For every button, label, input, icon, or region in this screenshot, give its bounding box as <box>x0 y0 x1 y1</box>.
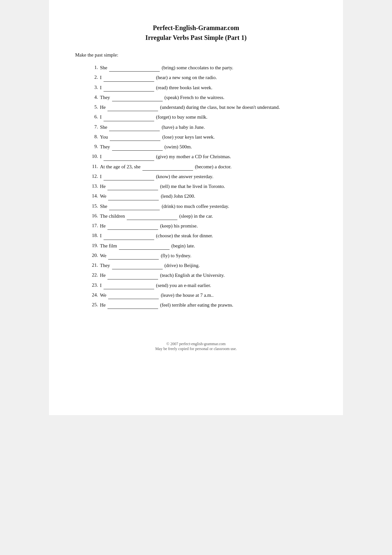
item-number: 17. <box>88 222 98 229</box>
answer-blank[interactable] <box>110 133 160 141</box>
item-number: 20. <box>88 252 98 259</box>
list-item: 1.She (bring) some chocolates to the par… <box>88 64 317 72</box>
list-item: 18.I (choose) the steak for dinner. <box>88 232 317 240</box>
sentence: I (forget) to buy some milk. <box>100 113 207 121</box>
list-item: 14.We (lend) John £200. <box>88 192 317 200</box>
list-item: 19.The film (begin) late. <box>88 242 317 250</box>
answer-blank[interactable] <box>109 202 160 210</box>
sentence: She (bring) some chocolates to the party… <box>100 64 233 72</box>
item-number: 13. <box>88 182 98 190</box>
footer-line1: © 2007 perfect-english-grammar.com <box>75 342 317 346</box>
item-number: 15. <box>88 202 98 210</box>
sentence: The children (sleep) in the car. <box>100 212 213 220</box>
sentence: They (swim) 500m. <box>100 143 192 151</box>
sentence: I (hear) a new song on the radio. <box>100 74 217 81</box>
answer-blank[interactable] <box>142 163 193 171</box>
item-number: 21. <box>88 261 98 269</box>
list-item: 23.I (send) you an e-mail earlier. <box>88 281 317 289</box>
item-number: 5. <box>88 103 98 111</box>
answer-blank[interactable] <box>104 281 154 289</box>
item-number: 7. <box>88 123 98 131</box>
list-item: 9.They (swim) 500m. <box>88 143 317 151</box>
list-item: 13.He (tell) me that he lived in Toronto… <box>88 182 317 190</box>
answer-blank[interactable] <box>107 103 158 111</box>
answer-blank[interactable] <box>109 123 160 131</box>
answer-blank[interactable] <box>104 74 154 81</box>
header-line1: Perfect-English-Grammar.com <box>153 24 239 31</box>
list-item: 20.We (fly) to Sydney. <box>88 252 317 260</box>
sentence: She (drink) too much coffee yesterday. <box>100 202 229 210</box>
sentence: He (tell) me that he lived in Toronto. <box>100 182 225 190</box>
item-number: 16. <box>88 212 98 220</box>
item-number: 24. <box>88 291 98 299</box>
sentence: They (drive) to Beijing. <box>100 261 200 269</box>
list-item: 12.I (know) the answer yesterday. <box>88 173 317 180</box>
sentence: The film (begin) late. <box>100 242 195 250</box>
list-item: 4.They (speak) French to the waitress. <box>88 93 317 101</box>
list-item: 7.She (have) a baby in June. <box>88 123 317 131</box>
answer-blank[interactable] <box>104 153 154 160</box>
answer-blank[interactable] <box>127 212 177 220</box>
answer-blank[interactable] <box>104 113 154 121</box>
item-number: 1. <box>88 64 98 71</box>
item-number: 10. <box>88 153 98 160</box>
list-item: 22.He (teach) English at the University. <box>88 271 317 279</box>
answer-blank[interactable] <box>119 242 170 250</box>
list-item: 2.I (hear) a new song on the radio. <box>88 74 317 81</box>
sentence: I (know) the answer yesterday. <box>100 173 213 180</box>
sentence: I (send) you an e-mail earlier. <box>100 281 211 289</box>
item-number: 25. <box>88 301 98 309</box>
page: Perfect-English-Grammar.com Irregular Ve… <box>49 0 343 415</box>
answer-blank[interactable] <box>112 93 163 101</box>
answer-blank[interactable] <box>107 301 158 309</box>
answer-blank[interactable] <box>104 84 154 92</box>
item-number: 22. <box>88 271 98 279</box>
sentence: At the age of 23, she (become) a doctor. <box>100 163 232 171</box>
list-item: 10.I (give) my mother a CD for Christmas… <box>88 153 317 160</box>
sentence: We (fly) to Sydney. <box>100 252 191 260</box>
sentence: I (give) my mother a CD for Christmas. <box>100 153 231 160</box>
sentence: He (teach) English at the University. <box>100 271 225 279</box>
list-item: 21.They (drive) to Beijing. <box>88 261 317 269</box>
list-item: 15.She (drink) too much coffee yesterday… <box>88 202 317 210</box>
footer: © 2007 perfect-english-grammar.com May b… <box>75 342 317 351</box>
answer-blank[interactable] <box>112 261 163 269</box>
sentence: We (lend) John £200. <box>100 192 195 200</box>
sentence: We (leave) the house at 7 a.m.. <box>100 291 214 299</box>
list-item: 3.I (read) three books last week. <box>88 84 317 92</box>
header-line2: Irregular Verbs Past Simple (Part 1) <box>145 34 247 41</box>
sentence: He (feel) terrible after eating the praw… <box>100 301 233 309</box>
answer-blank[interactable] <box>108 252 159 260</box>
list-item: 24.We (leave) the house at 7 a.m.. <box>88 291 317 299</box>
sentence: You (lose) your keys last week. <box>100 133 215 141</box>
item-number: 14. <box>88 192 98 200</box>
sentence: I (choose) the steak for dinner. <box>100 232 213 240</box>
list-item: 6.I (forget) to buy some milk. <box>88 113 317 121</box>
item-number: 11. <box>88 163 98 170</box>
item-number: 8. <box>88 133 98 141</box>
header: Perfect-English-Grammar.com Irregular Ve… <box>75 23 317 42</box>
sentence: They (speak) French to the waitress. <box>100 93 224 101</box>
answer-blank[interactable] <box>107 182 158 190</box>
list-item: 25.He (feel) terrible after eating the p… <box>88 301 317 309</box>
answer-blank[interactable] <box>107 271 158 279</box>
list-item: 8.You (lose) your keys last week. <box>88 133 317 141</box>
list-item: 11.At the age of 23, she (become) a doct… <box>88 163 317 171</box>
item-number: 6. <box>88 113 98 121</box>
answer-blank[interactable] <box>109 64 160 72</box>
sentence: She (have) a baby in June. <box>100 123 205 131</box>
answer-blank[interactable] <box>107 222 158 230</box>
list-item: 17.He (keep) his promise. <box>88 222 317 230</box>
answer-blank[interactable] <box>108 192 159 200</box>
item-number: 3. <box>88 84 98 91</box>
answer-blank[interactable] <box>104 173 154 180</box>
instruction: Make the past simple: <box>75 52 317 58</box>
item-number: 23. <box>88 281 98 289</box>
answer-blank[interactable] <box>104 232 154 240</box>
sentence: I (read) three books last week. <box>100 84 212 92</box>
item-number: 4. <box>88 93 98 101</box>
answer-blank[interactable] <box>108 291 159 299</box>
answer-blank[interactable] <box>112 143 163 151</box>
list-item: 5.He (understand) during the class, but … <box>88 103 317 111</box>
list-item: 16.The children (sleep) in the car. <box>88 212 317 220</box>
